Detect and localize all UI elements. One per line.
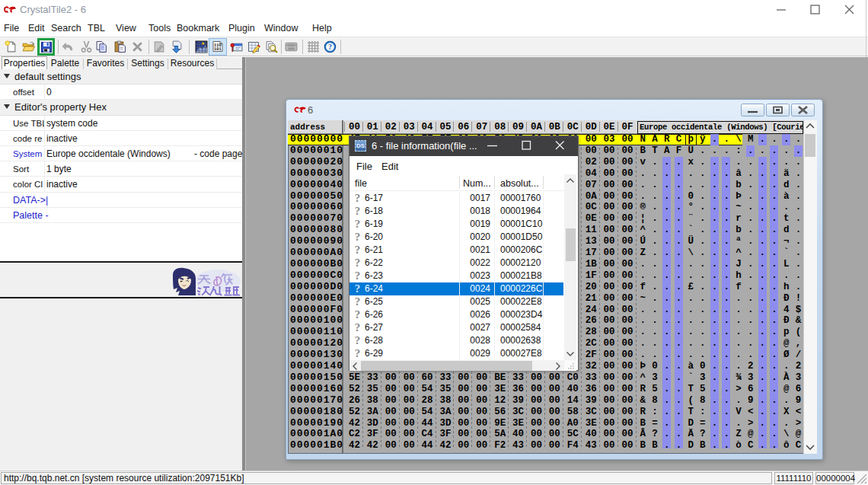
svg-text:101: 101	[214, 47, 222, 52]
svg-text:?: ?	[328, 43, 332, 51]
